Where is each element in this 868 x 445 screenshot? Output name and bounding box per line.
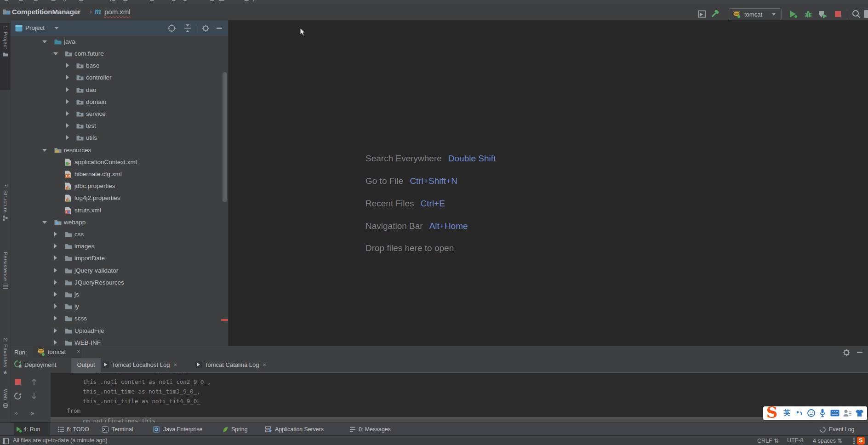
tree-row-images[interactable]: images: [11, 240, 227, 252]
menu-bar[interactable]: FileEditViewNavigateCodeAnalyzeRefactorB…: [0, 0, 868, 4]
menu-build[interactable]: Build: [150, 0, 163, 1]
console-output[interactable]: this_.noti_id as noti_id1_9_0_, this_.no…: [51, 373, 868, 422]
ime-emoji-icon[interactable]: [807, 409, 815, 417]
more-actions2-icon[interactable]: »: [31, 410, 34, 416]
menu-file[interactable]: File: [5, 0, 14, 1]
preview-layout-icon[interactable]: [698, 10, 706, 18]
toolwindow-button-todo[interactable]: 6: TODO: [67, 423, 89, 436]
tree-row-css[interactable]: css: [11, 228, 227, 240]
toolwindow-button-terminal[interactable]: Terminal: [112, 423, 133, 436]
tree-row-utils[interactable]: utils: [11, 132, 227, 144]
tree-row-controller[interactable]: controller: [11, 72, 227, 84]
tree-scrollbar[interactable]: [223, 72, 227, 202]
tree-row-base[interactable]: base: [11, 60, 227, 72]
collapse-all-icon[interactable]: [184, 24, 191, 32]
tree-row-js[interactable]: js: [11, 289, 227, 301]
menu-code[interactable]: Code: [79, 0, 93, 1]
tree-row-jqueryresources[interactable]: JQueryResources: [11, 277, 227, 289]
tree-row-jdbc-properties[interactable]: jdbc.properties: [11, 180, 227, 192]
menu-analyze[interactable]: Analyze: [98, 0, 118, 1]
run-tab-tomcat[interactable]: tomcat ×: [33, 346, 81, 358]
hide-panel-icon[interactable]: [217, 28, 222, 29]
console-line: this_.noti_id as noti_id1_9_0_,: [83, 373, 190, 376]
tool-tab-structure[interactable]: 7: Structure: [0, 184, 11, 221]
editor-area[interactable]: Search EverywhereDouble Shift Go to File…: [228, 20, 868, 346]
ime-profile-icon[interactable]: [843, 409, 852, 417]
search-everywhere-icon[interactable]: [852, 10, 861, 18]
project-panel-dropdown-arrow[interactable]: [55, 27, 58, 29]
menu-view[interactable]: View: [34, 0, 46, 1]
rerun-button[interactable]: [14, 360, 22, 368]
project-panel-header[interactable]: Project: [11, 21, 228, 36]
tree-row-resources[interactable]: resources: [11, 144, 227, 156]
menu-edit[interactable]: Edit: [19, 0, 29, 1]
tree-row-scss[interactable]: scss: [11, 313, 227, 325]
tab-output[interactable]: Output: [71, 358, 101, 373]
toolwindow-button-run[interactable]: 4: Run: [14, 423, 50, 436]
tab-close-icon[interactable]: ×: [263, 361, 267, 368]
indent-indicator[interactable]: 4 spaces ⇅: [813, 437, 842, 444]
run-button[interactable]: [789, 10, 798, 18]
tree-row-uploadfile[interactable]: UploadFile: [11, 325, 227, 337]
tool-tab-persistence[interactable]: Persistence: [0, 252, 11, 289]
run-panel-gear-icon[interactable]: [843, 349, 850, 356]
tree-row-test[interactable]: test: [11, 120, 227, 132]
stop-console-button[interactable]: [15, 379, 21, 385]
debug-button[interactable]: [804, 10, 812, 18]
tree-row-ly[interactable]: ly: [11, 301, 227, 313]
toolwindow-button-java-enterprise[interactable]: Java Enterprise: [163, 423, 202, 436]
down-stack-trace-icon[interactable]: [31, 392, 37, 399]
gear-icon[interactable]: [202, 24, 210, 32]
tab-close-icon[interactable]: ×: [173, 361, 177, 368]
tree-row-importdate[interactable]: importDate: [11, 252, 227, 264]
clipped-toolbar-icon[interactable]: [864, 10, 868, 18]
tree-row-webapp[interactable]: webapp: [11, 217, 227, 228]
menu-tools[interactable]: Tools: [183, 0, 197, 1]
line-ending-indicator[interactable]: CRLF ⇅: [757, 437, 779, 444]
run-panel-hide-icon[interactable]: [857, 352, 862, 353]
menu-window[interactable]: Window: [219, 0, 239, 1]
locate-file-icon[interactable]: [168, 24, 176, 32]
stop-button[interactable]: [835, 11, 841, 17]
ime-keyboard-icon[interactable]: [830, 410, 839, 416]
tree-row-applicationcontext[interactable]: applicationContext.xml: [11, 156, 227, 168]
ime-punct-icon[interactable]: [796, 411, 804, 416]
tree-row-struts[interactable]: struts.xml: [11, 205, 227, 217]
run-configuration-select[interactable]: tomcat: [729, 8, 782, 20]
run-with-coverage-button[interactable]: [818, 10, 828, 18]
toolwindow-button-spring[interactable]: Spring: [231, 423, 248, 436]
tree-row-jquery-validator[interactable]: jQuery-validator: [11, 265, 227, 277]
input-method-bar[interactable]: S 英: [763, 406, 867, 420]
tree-row-log4j2-properties[interactable]: log4j2.properties: [11, 192, 227, 204]
menu-vcs[interactable]: VCS: [202, 0, 214, 1]
more-actions-icon[interactable]: »: [14, 410, 17, 416]
tool-tab-favorites[interactable]: 2: Favorites ★: [0, 338, 11, 376]
tree-row-service[interactable]: service: [11, 108, 227, 120]
restart-button[interactable]: [14, 392, 22, 400]
menu-help[interactable]: Help: [245, 0, 257, 1]
tree-row-dao[interactable]: dao: [11, 84, 227, 96]
tree-row-hibernate[interactable]: hibernate.cfg.xml: [11, 168, 227, 180]
menu-run[interactable]: Run: [168, 0, 178, 1]
breadcrumb-project[interactable]: CompetitionManager: [12, 8, 80, 16]
toolwindow-button-messages[interactable]: 0: Messages: [359, 423, 391, 436]
tool-tab-web[interactable]: Web: [0, 389, 11, 408]
tree-row-java[interactable]: java: [11, 36, 227, 48]
run-tab-close-icon[interactable]: ×: [77, 348, 80, 355]
toggle-toolwindows-icon[interactable]: [3, 438, 9, 444]
encoding-indicator[interactable]: UTF-8: [787, 437, 803, 444]
up-stack-trace-icon[interactable]: [31, 378, 37, 386]
breadcrumb-file[interactable]: pom.xml: [104, 8, 131, 16]
tree-row-com-future[interactable]: com.future: [11, 48, 227, 60]
menu-refactor[interactable]: Refactor: [123, 0, 145, 1]
build-hammer-icon[interactable]: [711, 10, 720, 18]
event-log-button[interactable]: Event Log: [829, 423, 854, 436]
tree-row-domain[interactable]: domain: [11, 96, 227, 108]
ime-mic-icon[interactable]: [819, 409, 826, 417]
toolwindow-button-application-servers[interactable]: Application Servers: [275, 423, 324, 436]
tool-tab-project[interactable]: 1: Project: [0, 25, 11, 57]
menu-navigate[interactable]: Navigate: [51, 0, 74, 1]
ime-lang-indicator[interactable]: 英: [783, 409, 790, 417]
tree-row-web-inf[interactable]: WEB-INF: [11, 337, 227, 346]
ime-skin-icon[interactable]: [855, 409, 864, 417]
